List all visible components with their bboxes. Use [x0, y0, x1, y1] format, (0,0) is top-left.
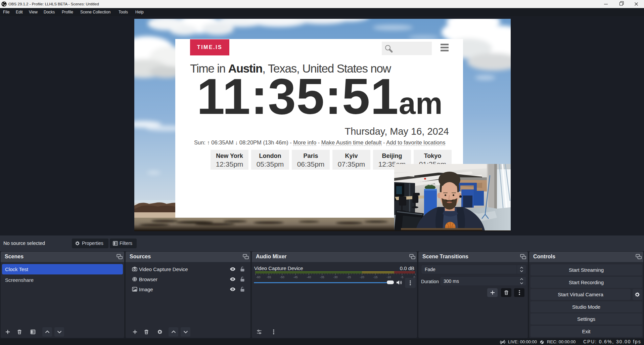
svg-text:-35: -35	[320, 275, 324, 279]
svg-text:-20: -20	[360, 275, 364, 279]
svg-text:-30: -30	[333, 275, 337, 279]
svg-text:-5: -5	[401, 275, 403, 279]
svg-text:-45: -45	[293, 275, 297, 279]
svg-text:-50: -50	[280, 275, 284, 279]
svg-text:-40: -40	[307, 275, 311, 279]
svg-text:-15: -15	[373, 275, 377, 279]
svg-text:-10: -10	[386, 275, 391, 279]
svg-text:-25: -25	[347, 275, 351, 279]
svg-text:-60: -60	[256, 275, 260, 279]
svg-text:-55: -55	[267, 275, 271, 279]
